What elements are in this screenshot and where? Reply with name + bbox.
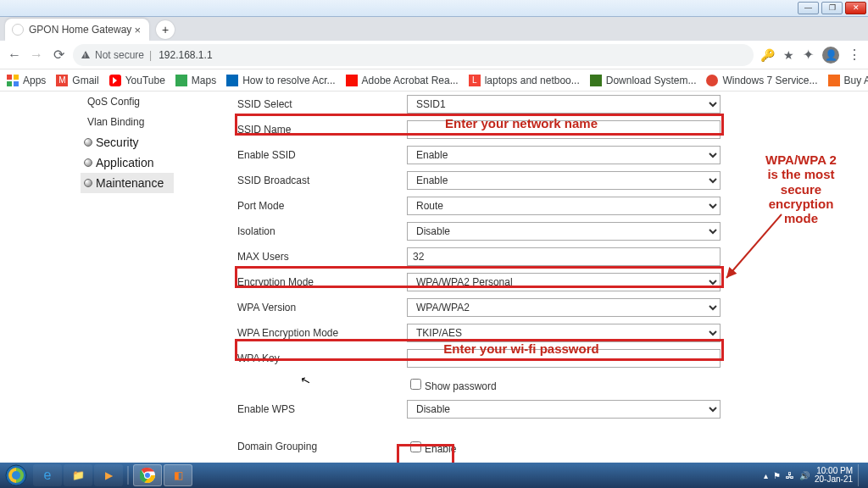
start-button[interactable] <box>0 463 32 488</box>
window-close-button[interactable]: ✕ <box>845 2 866 14</box>
annotation-side-note: WPA/WPA 2 is the most secure encryption … <box>746 152 856 225</box>
bookmark-label: How to resolve Acr... <box>242 75 335 86</box>
tray-flag-icon[interactable]: ⚑ <box>773 471 781 480</box>
label-domain-grouping: Domain Grouping <box>237 441 407 452</box>
tray-network-icon[interactable]: 🖧 <box>786 471 794 480</box>
select-enable-ssid[interactable]: Enable <box>407 146 721 164</box>
checkbox-domain-grouping-wrapper[interactable]: Enable <box>407 439 456 455</box>
url-text: 192.168.1.1 <box>159 49 212 61</box>
tray-volume-icon[interactable]: 🔊 <box>799 471 810 480</box>
label-ssid-broadcast: SSID Broadcast <box>237 175 407 186</box>
system-tray[interactable]: ▴ ⚑ 🖧 🔊 10:00 PM 20-Jan-21 <box>764 464 868 486</box>
label-ssid-name: SSID Name <box>237 124 407 136</box>
select-port-mode[interactable]: Route <box>407 197 721 215</box>
extensions-icon[interactable] <box>803 47 814 63</box>
input-max-users[interactable] <box>407 247 721 266</box>
security-label: Not secure <box>95 49 144 61</box>
bookmark-maps[interactable]: Maps <box>175 75 216 86</box>
tab-close-icon[interactable]: × <box>134 24 141 36</box>
tab-title: GPON Home Gateway <box>29 24 131 36</box>
label-max-users: MAX Users <box>237 251 407 263</box>
window-minimize-button[interactable]: — <box>798 2 819 14</box>
taskbar-chrome-icon[interactable] <box>133 464 162 486</box>
label-enable-wps: Enable WPS <box>237 403 407 415</box>
bookmark-label: Download System... <box>606 75 697 86</box>
label-wpa-version: WPA Version <box>237 302 407 313</box>
windows-taskbar: e 📁 ▶ ◧ ▴ ⚑ 🖧 🔊 10:00 PM 20-Jan-21 <box>0 463 868 488</box>
address-bar[interactable]: Not secure | 192.168.1.1 <box>73 44 754 66</box>
shop-icon <box>828 75 840 86</box>
taskbar-media-icon[interactable]: ▶ <box>94 464 123 486</box>
page-content: QoS Config Vlan Binding Security Applica… <box>0 92 868 463</box>
label-encryption-mode: Encryption Mode <box>237 276 407 288</box>
clock-date: 20-Jan-21 <box>815 475 853 485</box>
browser-menu-icon[interactable] <box>848 47 861 63</box>
taskbar-explorer-icon[interactable]: 📁 <box>64 464 92 486</box>
bookmark-gmail[interactable]: Gmail <box>56 75 98 86</box>
taskbar-separator <box>127 466 129 485</box>
select-ssid-broadcast[interactable]: Enable <box>407 171 721 190</box>
label-enable-ssid: Enable SSID <box>237 149 407 161</box>
sidebar-item-qos[interactable]: QoS Config <box>81 92 174 112</box>
bookmark-label: laptops and netboo... <box>485 75 580 86</box>
bookmark-label: Apps <box>23 75 46 86</box>
download-icon <box>590 75 602 86</box>
maps-icon <box>175 75 187 86</box>
bookmark-label: Gmail <box>72 75 98 86</box>
bookmark-label: Buy Acer 39.62 cm (... <box>844 75 868 86</box>
select-encryption-mode[interactable]: WPA/WPA2 Personal <box>407 273 721 291</box>
sidebar-category-application[interactable]: Application <box>81 152 174 173</box>
gmail-icon <box>56 75 68 86</box>
bookmark-label: Maps <box>192 75 216 86</box>
taskbar-ie-icon[interactable]: e <box>33 464 62 486</box>
select-wpa-encryption[interactable]: TKIP/AES <box>407 324 721 342</box>
sidebar-category-maintenance[interactable]: Maintenance <box>81 173 174 193</box>
bookmark-item[interactable]: Download System... <box>590 75 697 86</box>
bookmark-label: YouTube <box>125 75 165 86</box>
show-desktop-button[interactable] <box>858 464 865 486</box>
browser-toolbar: ← → ⟳ Not secure | 192.168.1.1 👤 <box>0 41 868 69</box>
profile-avatar[interactable]: 👤 <box>822 47 839 64</box>
sidebar-category-security[interactable]: Security <box>81 132 174 152</box>
checkbox-domain-grouping[interactable] <box>410 441 421 452</box>
taskbar-app-icon[interactable]: ◧ <box>164 464 192 486</box>
label-ssid-select: SSID Select <box>237 98 407 110</box>
bookmark-apps[interactable]: Apps <box>7 75 46 86</box>
nav-reload-button[interactable]: ⟳ <box>51 47 66 63</box>
taskbar-clock[interactable]: 10:00 PM 20-Jan-21 <box>815 467 853 485</box>
select-enable-wps[interactable]: Disable <box>407 400 721 419</box>
apps-icon <box>7 75 19 86</box>
nav-forward-button[interactable]: → <box>29 47 44 63</box>
youtube-icon <box>109 75 121 86</box>
settings-sidebar: QoS Config Vlan Binding Security Applica… <box>81 92 174 193</box>
nav-back-button[interactable]: ← <box>7 47 22 63</box>
domain-grouping-checkbox-label: Enable <box>425 443 456 455</box>
bookmark-item[interactable]: Buy Acer 39.62 cm (... <box>828 75 868 86</box>
bookmark-star-icon[interactable] <box>783 48 794 62</box>
bookmark-youtube[interactable]: YouTube <box>109 75 165 86</box>
svg-point-2 <box>12 471 20 480</box>
select-wpa-version[interactable]: WPA/WPA2 <box>407 298 721 317</box>
bookmark-item[interactable]: Windows 7 Service... <box>706 75 817 86</box>
bookmark-item[interactable]: How to resolve Acr... <box>226 75 335 86</box>
ms-icon <box>226 75 238 86</box>
sidebar-item-vlan[interactable]: Vlan Binding <box>81 112 174 132</box>
label-port-mode: Port Mode <box>237 200 407 212</box>
bookmark-label: Adobe Acrobat Rea... <box>362 75 459 86</box>
browser-tab-active[interactable]: GPON Home Gateway × <box>5 19 149 41</box>
bookmark-item[interactable]: Adobe Acrobat Rea... <box>346 75 459 86</box>
checkbox-show-password[interactable] <box>410 379 421 390</box>
bookmark-item[interactable]: laptops and netboo... <box>469 75 580 86</box>
window-maximize-button[interactable]: ❐ <box>821 2 843 14</box>
show-password-label: Show password <box>425 380 497 392</box>
new-tab-button[interactable]: + <box>156 20 175 39</box>
wifi-settings-form: SSID Select SSID1 SSID Name Enable SSID … <box>237 92 868 463</box>
browser-tabstrip: GPON Home Gateway × + <box>0 17 868 41</box>
select-ssid[interactable]: SSID1 <box>407 95 721 114</box>
annotation-text-wpakey: Enter your wi-fi password <box>407 341 636 356</box>
saved-passwords-icon[interactable] <box>760 48 775 62</box>
checkbox-show-password-wrapper[interactable]: Show password <box>407 376 497 392</box>
select-isolation[interactable]: Disable <box>407 222 721 241</box>
tray-show-hidden-icon[interactable]: ▴ <box>764 471 768 480</box>
label-isolation: Isolation <box>237 225 407 237</box>
